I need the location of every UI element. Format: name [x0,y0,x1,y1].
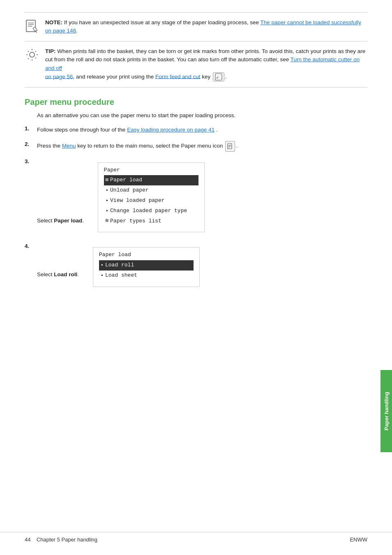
step-4: 4. Select Load roll. Paper load ▪ Load r… [25,243,367,291]
step-2-text-mid: key to return to the main menu, select t… [76,143,223,149]
form-feed-key-icon: ↙ [213,72,224,81]
menu-3-icon-1: ⊞ [106,176,108,184]
step-4-bold: Load roll [54,272,77,278]
menu-3-item-3: ▪ View loaded paper [104,196,198,206]
menu-4-icon-2: ▪ [101,272,104,280]
step-3-num: 3. [25,158,37,164]
step-4-after: . [77,272,79,278]
step-1: 1. Follow steps one through four of the … [25,125,367,134]
step-1-num: 1. [25,125,37,132]
note-body: If you have an unexpected issue at any s… [64,19,261,25]
footer-center-text: Chapter 5 Paper handling [37,536,97,543]
step-3-content: Select Paper load. Paper ⊞ Paper load ▪ … [37,158,367,237]
tip-link1[interactable]: Turn the automatic cutter on and offon p… [45,56,360,79]
step-2-after: . [236,143,238,149]
menu-3-item-2: ▪ Unload paper [104,185,198,196]
note-icon [25,19,41,35]
step-1-text: Follow steps one through four of the [37,127,127,133]
menu-3-icon-2: ▪ [106,187,108,194]
tip-link2[interactable]: Form feed and cut [155,73,201,79]
side-tab: Paper handling [380,370,392,452]
step-4-text: Select [37,272,54,278]
menu-3-item-4: ▪ Change loaded paper type [104,206,198,216]
step-2-menu-link[interactable]: Menu [62,143,76,149]
svg-line-13 [35,51,36,52]
svg-point-6 [30,52,35,57]
step-1-after: . [216,127,218,133]
section-intro: As an alternative you can use the paper … [37,111,367,120]
step-4-menu: Paper load ▪ Load roll ▪ Load sheet [93,247,200,287]
step-2-content: Press the Menu key to return to the main… [37,141,367,152]
step-3-text: Select [37,217,54,223]
menu-3-icon-5: ⊞ [106,217,108,225]
step-3-after: . [82,217,84,223]
paper-menu-icon [225,141,235,152]
menu-4-item-1: ▪ Load roll [99,260,194,271]
page-number: 44 [25,536,30,543]
note-text: NOTE: If you have an unexpected issue at… [45,18,367,35]
step-2-num: 2. [25,141,37,147]
footer: 44 Chapter 5 Paper handling ENWW [0,532,392,543]
tip-text: TIP: When prints fall into the basket, t… [45,47,367,81]
step-4-content: Select Load roll. Paper load ▪ Load roll… [37,243,367,291]
step-2: 2. Press the Menu key to return to the m… [25,141,367,152]
tip-icon [25,48,41,64]
section-heading: Paper menu procedure [25,97,367,107]
svg-line-11 [28,51,29,52]
menu-4-title: Paper load [99,251,194,259]
footer-right: ENWW [350,536,367,543]
page-container: Paper handling NOTE: If you have an unex… [0,0,392,555]
note-label: NOTE: [45,19,62,25]
menu-4-item-2: ▪ Load sheet [99,271,194,281]
menu-3-icon-4: ▪ [106,207,108,215]
note-box: NOTE: If you have an unexpected issue at… [25,12,367,42]
svg-line-14 [28,58,29,59]
step-1-link[interactable]: Easy loading procedure on page 41 [127,127,214,133]
svg-text:↙: ↙ [216,75,219,79]
step-3-bold: Paper load [54,217,82,223]
step-3: 3. Select Paper load. Paper ⊞ Paper load… [25,158,367,237]
content-area: NOTE: If you have an unexpected issue at… [0,0,392,331]
tip-body: When prints fall into the basket, they c… [45,48,365,79]
svg-line-12 [35,58,36,58]
step-2-text-before: Press the [37,143,62,149]
tip-label: TIP: [45,48,56,54]
menu-4-icon-1: ▪ [101,261,104,269]
footer-left: 44 Chapter 5 Paper handling [25,536,97,543]
step-3-menu: Paper ⊞ Paper load ▪ Unload paper ▪ View… [98,162,205,233]
step-4-num: 4. [25,243,37,249]
menu-3-title: Paper [104,166,198,175]
menu-3-item-1: ⊞ Paper load [104,175,198,185]
side-tab-label: Paper handling [383,392,390,430]
menu-3-icon-3: ▪ [106,197,108,205]
menu-3-item-5: ⊞ Paper types list [104,216,198,227]
tip-box: TIP: When prints fall into the basket, t… [25,42,367,88]
step-1-content: Follow steps one through four of the Eas… [37,125,367,134]
